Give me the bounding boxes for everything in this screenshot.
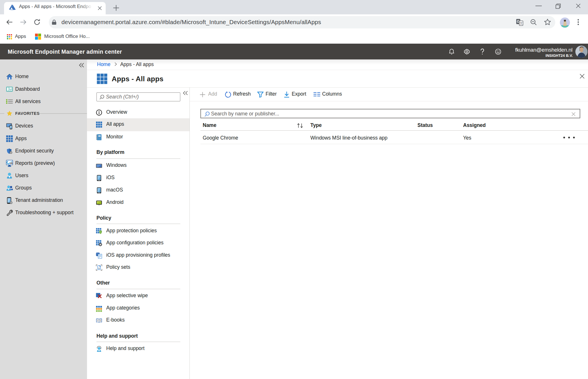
svg-text:文: 文 (520, 22, 523, 25)
